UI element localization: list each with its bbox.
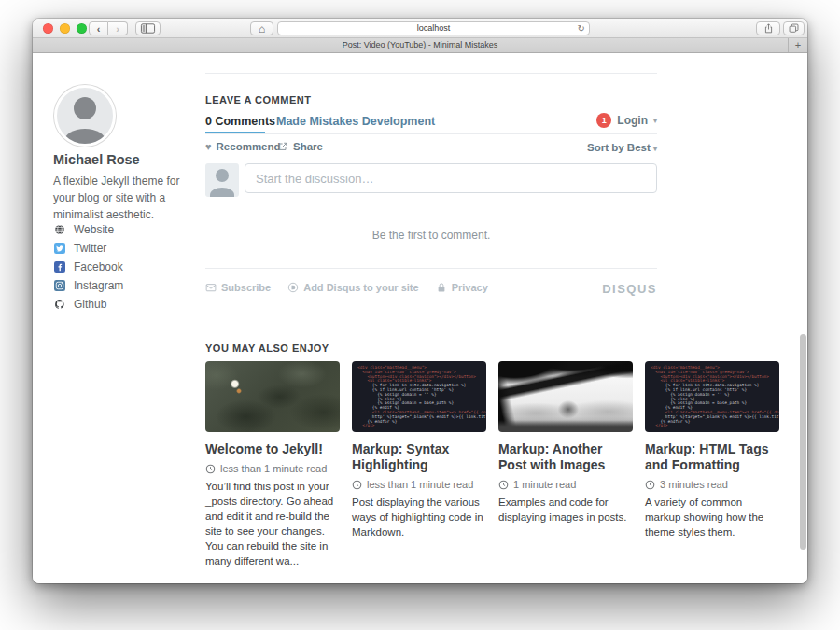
post-excerpt: A variety of common markup showing how t… <box>645 495 779 539</box>
tabs-icon <box>789 23 799 34</box>
browser-titlebar[interactable]: ‹ › ⌂ localhost ↻ <box>33 19 807 38</box>
show-tabs-button[interactable] <box>783 21 805 35</box>
share-comments-button[interactable]: Share <box>277 141 323 152</box>
disqus-d-icon <box>287 282 299 293</box>
clock-icon <box>645 480 655 490</box>
divider <box>205 73 657 74</box>
add-disqus-label: Add Disqus to your site <box>303 282 418 293</box>
profile-link-label: Github <box>74 298 106 311</box>
window-controls <box>43 23 87 34</box>
disqus-actions: ♥ Recommend Share Sort by Best ▾ <box>205 141 657 154</box>
share-box-icon <box>277 141 288 152</box>
divider <box>205 133 657 134</box>
comments-heading: LEAVE A COMMENT <box>205 94 311 105</box>
url-text: localhost <box>417 23 451 33</box>
author-name: Michael Rose <box>53 152 140 167</box>
privacy-link[interactable]: Privacy <box>436 282 488 293</box>
sort-by-menu[interactable]: Sort by Best ▾ <box>587 142 657 153</box>
vertical-scrollbar[interactable] <box>800 334 806 550</box>
post-title[interactable]: Markup: Syntax Highlighting <box>352 441 486 473</box>
browser-window: ‹ › ⌂ localhost ↻ Post: Video (Y <box>33 19 807 583</box>
read-time: 1 minute read <box>513 479 576 490</box>
sidebar-link-github[interactable]: Github <box>54 299 123 310</box>
author-bio: A flexible Jekyll theme for your blog or… <box>53 173 186 223</box>
sidebar-link-website[interactable]: Website <box>54 224 123 235</box>
share-icon <box>763 23 774 34</box>
heart-icon: ♥ <box>205 141 212 152</box>
divider <box>205 268 657 269</box>
login-label: Login <box>617 114 648 127</box>
profile-link-label: Facebook <box>74 260 123 273</box>
post-title[interactable]: Markup: Another Post with Images <box>498 441 633 473</box>
disqus-logo[interactable]: DISQUS <box>602 282 657 296</box>
disqus-footer: Subscribe Add Disqus to your site Privac… <box>205 282 657 297</box>
page-content: Michael Rose A flexible Jekyll theme for… <box>33 53 807 583</box>
globe-icon <box>54 224 65 235</box>
notification-badge[interactable]: 1 <box>596 113 611 128</box>
clock-icon <box>498 480 509 490</box>
sidebar-link-facebook[interactable]: Facebook <box>54 261 123 273</box>
clock-icon <box>352 480 362 490</box>
minimize-window-button[interactable] <box>60 23 70 34</box>
share-label: Share <box>293 141 323 152</box>
post-meta: less than 1 minute read <box>205 463 340 474</box>
address-bar[interactable]: localhost ↻ <box>277 21 590 35</box>
sidebar-link-instagram[interactable]: Instagram <box>54 280 123 291</box>
new-tab-button[interactable]: + <box>788 38 807 52</box>
post-excerpt: You’ll find this post in your _posts dir… <box>205 479 340 568</box>
post-thumbnail <box>205 361 340 432</box>
facebook-icon <box>54 261 65 273</box>
related-heading: YOU MAY ALSO ENJOY <box>205 343 329 354</box>
code-line: </ul> <box>651 424 774 428</box>
read-time: 3 minutes read <box>660 479 728 490</box>
post-thumbnail: <div class="masthead__menu"> <nav id="si… <box>352 361 486 432</box>
share-button[interactable] <box>756 21 780 35</box>
read-time: less than 1 minute read <box>220 463 327 474</box>
related-post-card[interactable]: <div class="masthead__menu"> <nav id="si… <box>645 361 779 568</box>
post-thumbnail: <div class="masthead__menu"> <nav id="si… <box>645 361 779 432</box>
home-button[interactable]: ⌂ <box>250 21 273 35</box>
recommend-button[interactable]: ♥ Recommend <box>205 141 281 152</box>
sidebar-toggle-button[interactable] <box>135 21 161 35</box>
disqus-footer-links: Subscribe Add Disqus to your site Privac… <box>205 282 488 293</box>
post-title[interactable]: Welcome to Jekyll! <box>205 441 340 457</box>
chevron-down-icon: ▾ <box>653 117 657 125</box>
profile-link-label: Website <box>74 223 114 236</box>
tab-comments-count[interactable]: 0 Comments <box>205 115 275 128</box>
github-icon <box>54 299 65 310</box>
privacy-label: Privacy <box>452 282 488 293</box>
clock-icon <box>205 464 216 474</box>
login-menu[interactable]: 1 Login ▾ <box>596 113 657 128</box>
tab-bar: Post: Video (YouTube) - Minimal Mistakes… <box>33 38 807 53</box>
related-post-card[interactable]: Welcome to Jekyll! less than 1 minute re… <box>205 361 340 568</box>
sort-label: Sort by Best <box>587 142 651 153</box>
related-post-card[interactable]: <div class="masthead__menu"> <nav id="si… <box>352 361 486 568</box>
author-avatar <box>54 85 116 147</box>
avatar-silhouette-head <box>216 169 229 182</box>
avatar-silhouette-body <box>64 129 105 147</box>
post-meta: 3 minutes read <box>645 479 779 490</box>
comment-input[interactable] <box>245 163 657 193</box>
code-line: </ul> <box>357 424 481 428</box>
post-excerpt: Post displaying the various ways of high… <box>352 495 486 539</box>
post-title[interactable]: Markup: HTML Tags and Formatting <box>645 441 779 473</box>
reload-icon[interactable]: ↻ <box>578 22 585 35</box>
tab-community-link[interactable]: Made Mistakes Development <box>276 115 435 128</box>
active-tab[interactable]: Post: Video (YouTube) - Minimal Mistakes <box>33 38 807 52</box>
close-window-button[interactable] <box>43 23 53 34</box>
subscribe-link[interactable]: Subscribe <box>205 282 271 293</box>
profile-link-label: Twitter <box>74 242 106 255</box>
forward-button[interactable]: › <box>108 21 128 35</box>
read-time: less than 1 minute read <box>367 479 473 490</box>
envelope-icon <box>205 282 217 293</box>
profile-link-label: Instagram <box>74 279 123 292</box>
instagram-icon <box>54 280 65 291</box>
post-thumbnail <box>498 361 633 432</box>
sidebar-link-twitter[interactable]: Twitter <box>54 243 123 254</box>
author-links: Website Twitter Facebook Instagram Githu… <box>54 224 123 317</box>
zoom-window-button[interactable] <box>77 23 87 34</box>
home-icon: ⌂ <box>259 22 265 35</box>
related-post-card[interactable]: Markup: Another Post with Images 1 minut… <box>498 361 633 568</box>
add-disqus-link[interactable]: Add Disqus to your site <box>287 282 418 293</box>
back-button[interactable]: ‹ <box>89 21 108 35</box>
